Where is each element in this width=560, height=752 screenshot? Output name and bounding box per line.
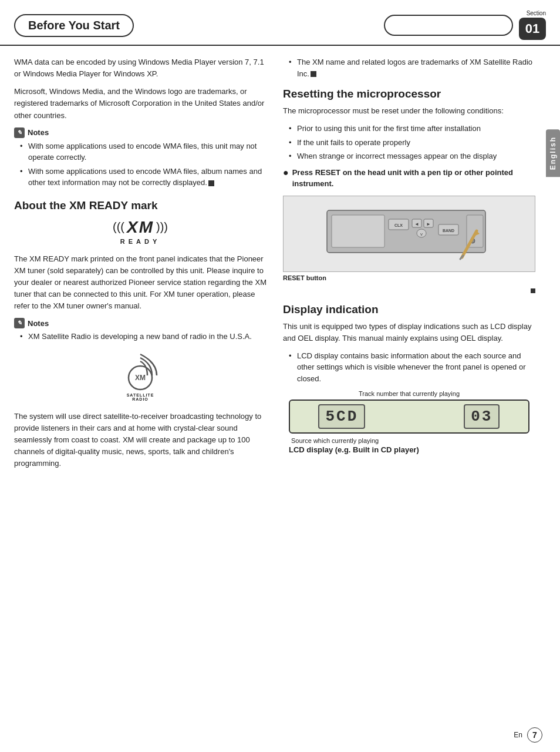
xm-ready-label: READY [14,238,266,245]
stop-char [208,180,214,186]
lcd-caption: LCD display (e.g. Built in CD player) [289,445,535,454]
reset-section: Resetting the microprocessor The micropr… [283,88,535,295]
notes-label-2: Notes [28,319,49,328]
bullet-dot: ● [283,167,289,190]
main-content: WMA data can be encoded by using Windows… [0,46,560,490]
intro-text-1: WMA data can be encoded by using Windows… [14,56,266,80]
svg-text:►: ► [426,221,431,227]
display-list: LCD display contains basic information a… [283,350,535,385]
left-column: WMA data can be encoded by using Windows… [14,56,266,476]
display-intro: This unit is equipped two types of displ… [283,321,535,344]
page-footer: En 7 [514,727,542,743]
xm-satellite-svg: XM [117,352,164,393]
section-title: Before You Start [14,14,134,37]
xm-satellite-logo: XM SATELLITE RADIO [117,352,164,401]
notes-icon-2: ✎ [14,318,25,328]
xm-ready-section: About the XM READY mark ((( XM ))) READY… [14,199,266,470]
xm-logo-text: XM [127,218,154,237]
display-heading: Display indication [283,303,535,316]
lcd-left-segment: 5CD [318,404,365,429]
xm-waves-left: ((( [113,220,124,234]
trademark-list: The XM name and related logos are tradem… [283,56,535,79]
xm-system-para: The system will use direct satellite-to-… [14,411,266,470]
xm-satellite-text: SATELLITE [127,393,154,397]
reset-image: CLX ◄ ► v BAND [283,196,535,272]
reset-instruction: ● Press RESET on the head unit with a pe… [283,167,535,190]
reset-btn-label: RESET button [283,274,535,281]
notes-box-2: ✎ Notes XM Satellite Radio is developing… [14,318,266,343]
intro-text-2: Microsoft, Windows Media, and the Window… [14,86,266,121]
notes-list-1: With some applications used to encode WM… [14,140,266,189]
stop-char [311,71,316,77]
notes-box-1: ✎ Notes With some applications used to e… [14,127,266,189]
lcd-display: 5CD 03 [289,400,529,434]
reset-heading: Resetting the microprocessor [283,88,535,100]
page-header: Before You Start Section 01 [0,0,560,46]
xm-waves-right: ))) [156,220,168,234]
notes-icon-1: ✎ [14,127,25,138]
reset-list: Prior to using this unit for the first t… [283,123,535,162]
device-diagram: CLX ◄ ► v BAND [321,199,497,269]
right-column: The XM name and related logos are tradem… [283,56,535,476]
reset-intro: The microprocessor must be reset under t… [283,105,535,117]
list-item: If the unit fails to operate properly [289,137,535,149]
header-right: Section 01 [384,11,546,40]
footer-en: En [514,731,522,739]
list-item: LCD display contains basic information a… [289,350,535,385]
xm-ready-para: The XM READY mark printed on the front p… [14,253,266,313]
svg-text:XM: XM [135,374,146,382]
list-item: The XM name and related logos are tradem… [289,56,535,79]
svg-text:◄: ◄ [414,221,419,227]
stop-char-2 [531,288,535,293]
list-item: With some applications used to encode WM… [20,166,266,189]
xm-radio-text: RADIO [132,397,149,401]
notes-label-1: Notes [28,128,49,137]
track-number-label: Track number that currently playing [283,390,535,397]
section-number: 01 [519,18,546,40]
section-label: Section [527,11,546,16]
language-tab: English [546,129,560,177]
notes-list-2: XM Satellite Radio is developing a new b… [14,331,266,343]
notes-title-1: ✎ Notes [14,127,266,138]
svg-rect-3 [332,215,384,247]
svg-text:BAND: BAND [443,229,454,233]
list-item: When strange or incorrect messages appea… [289,150,535,162]
page-number: 7 [527,727,542,743]
notes-title-2: ✎ Notes [14,318,266,328]
xm-ready-heading: About the XM READY mark [14,199,266,212]
xm-logo-container: ((( XM ))) READY [14,218,266,245]
svg-text:CLX: CLX [394,223,403,227]
list-item: With some applications used to encode WM… [20,140,266,163]
display-section: Display indication This unit is equipped… [283,303,535,455]
list-item: XM Satellite Radio is developing a new b… [20,331,266,343]
header-input-box [384,15,513,36]
lcd-right-segment: 03 [464,404,500,429]
list-item: Prior to using this unit for the first t… [289,123,535,135]
svg-text:v: v [420,231,423,237]
lcd-source-label: Source which currently playing [291,437,535,444]
